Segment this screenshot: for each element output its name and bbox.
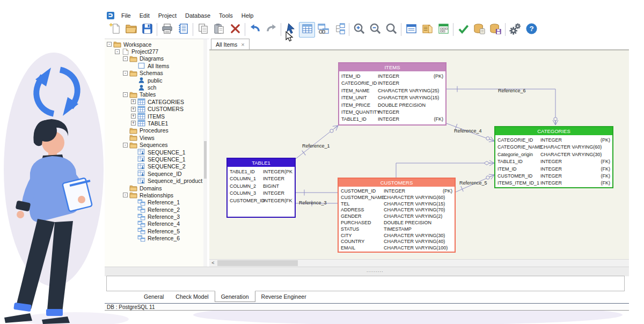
add-related-table-tool-button[interactable] (315, 22, 331, 38)
column-name: ITEM_PRICE (341, 102, 378, 109)
user-icon (137, 84, 145, 91)
tree-item-reference-1[interactable]: Reference_1 (105, 199, 203, 206)
bottom-tab-generation[interactable]: Generation (215, 291, 255, 302)
collapse-icon[interactable]: - (123, 143, 128, 148)
close-icon[interactable]: × (241, 42, 244, 47)
tree-scrollbar-thumb[interactable] (204, 141, 207, 179)
entity-table-title[interactable]: ITEMS (339, 63, 445, 71)
tree-item-reference-6[interactable]: Reference_6 (105, 235, 203, 242)
tree-item-table1[interactable]: +TABLE1 (105, 120, 203, 127)
tree-item-schemas[interactable]: -Schemas (105, 70, 203, 77)
new-table-tool-button[interactable] (299, 22, 315, 38)
copy-button[interactable] (195, 22, 211, 38)
tree-item-diagrams[interactable]: -Diagrams (105, 55, 203, 62)
save-database-button[interactable] (487, 22, 503, 38)
report-button[interactable] (175, 22, 191, 38)
tree-item-views[interactable]: Views (105, 134, 203, 141)
collapse-icon[interactable]: - (107, 42, 112, 47)
relationship-label-reference_3[interactable]: Reference_3 (299, 200, 327, 205)
collapse-icon[interactable]: - (123, 56, 128, 61)
expand-icon[interactable]: + (131, 121, 136, 126)
report-icon (177, 23, 189, 37)
bottom-tab-check-model[interactable]: Check Model (170, 291, 214, 302)
relationship-label-reference_4[interactable]: Reference_4 (454, 128, 482, 134)
tree-item-sequence-id[interactable]: Sequence_ID (105, 170, 203, 177)
splitter-handle[interactable]: ......... (367, 268, 384, 273)
column-row: COUNTRYCHARACTER VARYING(40) (341, 239, 452, 245)
expand-icon[interactable]: + (131, 99, 136, 104)
menu-item-edit[interactable]: Edit (135, 11, 154, 20)
check-model-button[interactable] (455, 22, 471, 38)
entity-table-title[interactable]: TABLE1 (228, 159, 295, 167)
collapse-icon[interactable]: - (115, 49, 120, 54)
expand-icon[interactable]: + (131, 107, 136, 112)
canvas-hscrollbar-thumb[interactable] (217, 260, 298, 266)
diagram-canvas[interactable]: < ITEMSITEM_IDINTEGER(PK)CATEGORIE_IDINT… (209, 49, 629, 267)
relationship-label-reference_5[interactable]: Reference_5 (459, 180, 487, 186)
menu-item-file[interactable]: File (117, 11, 135, 20)
tree-item-items[interactable]: +ITEMS (105, 113, 203, 120)
zoom-out-button[interactable] (367, 22, 383, 38)
entity-table-categories[interactable]: CATEGORIESCATEGORIE_IDINTEGER(PK)CATEGOR… (494, 126, 613, 188)
tree-item-workspace[interactable]: -Workspace (105, 41, 203, 48)
help-button[interactable]: ? (523, 22, 539, 38)
splitter-strip[interactable]: ......... (105, 267, 629, 276)
tree-item-reference-4[interactable]: Reference_4 (105, 220, 203, 227)
tree-item-relationships[interactable]: -Relationships (105, 192, 203, 198)
tree-item-all-items[interactable]: All Items (105, 62, 203, 69)
collapse-icon[interactable]: - (123, 193, 128, 197)
print-button[interactable] (159, 22, 175, 38)
tree-item-sequences[interactable]: -Sequences (105, 141, 203, 148)
grid-mode-button[interactable] (435, 22, 451, 38)
menu-item-tools[interactable]: Tools (215, 11, 237, 20)
tree-item-sequence-1[interactable]: SEQUENCE_1 (105, 156, 203, 163)
document-mode-button[interactable] (419, 22, 435, 38)
collapse-icon[interactable]: - (123, 71, 128, 76)
delete-button[interactable] (227, 22, 243, 38)
entity-table-customers[interactable]: CUSTOMERSCUSTOMER_IDINTEGER(PK)CUSTOMER_… (338, 178, 456, 253)
menu-item-project[interactable]: Project (154, 11, 181, 20)
diagram-tab-all-items[interactable]: All Items × (211, 39, 250, 49)
paste-button[interactable] (211, 22, 227, 38)
zoom-search-button[interactable] (383, 22, 399, 38)
collapse-icon[interactable]: - (123, 92, 128, 97)
save-button[interactable] (139, 22, 155, 38)
scroll-left-button[interactable]: < (209, 260, 217, 266)
new-project-button[interactable] (107, 22, 123, 38)
entity-table-title[interactable]: CATEGORIES (495, 127, 612, 135)
menu-item-help[interactable]: Help (237, 11, 258, 20)
tree-item-categories[interactable]: +CATEGORIES (105, 98, 203, 105)
tree-item-sequence-id-product[interactable]: Sequence_id_product (105, 177, 203, 184)
bottom-tab-general[interactable]: General (138, 291, 170, 302)
tree-item-tables[interactable]: -Tables (105, 91, 203, 98)
relationship-label-reference_1[interactable]: Reference_1 (302, 143, 330, 149)
expand-icon[interactable]: + (131, 114, 136, 119)
relationship-tool-button[interactable] (331, 22, 347, 38)
tree-item-customers[interactable]: +CUSTOMERS (105, 106, 203, 113)
tree-item-sequence-1[interactable]: SEQUENCE_1 (105, 149, 203, 156)
settings-button[interactable] (507, 22, 523, 38)
entity-table-table1[interactable]: TABLE1TABLE1_IDINTEGER(PK)COLUMN_1INTEGE… (226, 158, 296, 218)
zoom-in-button[interactable] (351, 22, 367, 38)
relationship-label-reference_6[interactable]: Reference_6 (498, 88, 526, 93)
tree-item-domains[interactable]: Domains (105, 185, 203, 192)
open-folder-button[interactable] (123, 22, 139, 38)
undo-button[interactable] (247, 22, 263, 38)
tree-item-procedures[interactable]: Procedures (105, 127, 203, 134)
tree-item-reference-5[interactable]: Reference_5 (105, 227, 203, 234)
tree-item-sequence-2[interactable]: SEQUENCE_2 (105, 163, 203, 170)
bottom-tab-reverse-engineer[interactable]: Reverse Engineer (255, 291, 312, 302)
tree-item-public[interactable]: public (105, 77, 203, 84)
tree-item-sch[interactable]: sch (105, 84, 203, 91)
entity-table-items[interactable]: ITEMSITEM_IDINTEGER(PK)CATEGORIE_IDINTEG… (338, 62, 447, 126)
canvas-hscrollbar[interactable]: < (209, 259, 629, 267)
redo-button[interactable] (263, 22, 279, 38)
overview-mode-button[interactable] (403, 22, 419, 38)
entity-table-title[interactable]: CUSTOMERS (339, 179, 455, 187)
tree-scrollbar[interactable] (203, 39, 207, 267)
tree-item-reference-2[interactable]: Reference_2 (105, 206, 203, 213)
tree-item-project277[interactable]: -Project277 (105, 48, 203, 55)
menu-item-database[interactable]: Database (181, 11, 215, 20)
generate-database-button[interactable] (471, 22, 487, 38)
tree-item-reference-3[interactable]: Reference_3 (105, 213, 203, 220)
